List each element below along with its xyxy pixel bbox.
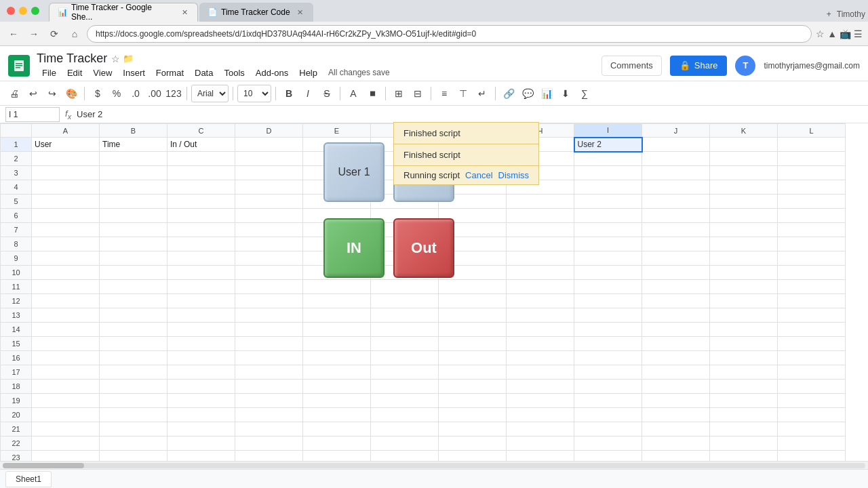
cell-A22[interactable] (32, 436, 100, 451)
cell-L23[interactable] (778, 451, 846, 462)
cell-L1[interactable] (778, 138, 846, 152)
cell-A16[interactable] (32, 351, 100, 365)
cell-D15[interactable] (235, 337, 303, 351)
cell-I2[interactable] (574, 152, 642, 166)
cell-C13[interactable] (167, 308, 235, 323)
maximize-btn[interactable] (31, 7, 39, 15)
cell-D9[interactable] (235, 251, 303, 266)
row-header-14[interactable]: 14 (1, 323, 32, 337)
cell-I11[interactable] (574, 280, 642, 294)
row-header-16[interactable]: 16 (1, 351, 32, 365)
row-header-20[interactable]: 20 (1, 408, 32, 422)
cell-E11[interactable] (303, 280, 371, 294)
cell-C1[interactable]: In / Out (167, 138, 235, 152)
cell-C9[interactable] (167, 251, 235, 266)
cell-L21[interactable] (778, 422, 846, 436)
cell-I15[interactable] (574, 337, 642, 351)
menu-view[interactable]: View (87, 66, 117, 79)
cell-B6[interactable] (100, 209, 167, 223)
cell-C12[interactable] (167, 294, 235, 308)
cell-E17[interactable] (303, 365, 371, 380)
cell-A11[interactable] (32, 280, 100, 294)
cell-B15[interactable] (100, 337, 167, 351)
row-header-2[interactable]: 2 (1, 152, 32, 166)
cell-I18[interactable] (574, 380, 642, 394)
cell-D14[interactable] (235, 323, 303, 337)
italic-btn[interactable]: I (299, 85, 317, 102)
text-color-btn[interactable]: A (344, 85, 362, 102)
cell-A17[interactable] (32, 365, 100, 380)
cell-J16[interactable] (642, 351, 710, 365)
cell-B12[interactable] (100, 294, 167, 308)
row-header-4[interactable]: 4 (1, 180, 32, 195)
cell-D18[interactable] (235, 380, 303, 394)
cell-F13[interactable] (371, 308, 439, 323)
row-header-9[interactable]: 9 (1, 251, 32, 266)
valign-btn[interactable]: ⊤ (454, 85, 472, 102)
cell-A7[interactable] (32, 223, 100, 237)
cell-L19[interactable] (778, 394, 846, 408)
cell-K3[interactable] (710, 166, 778, 180)
cell-J20[interactable] (642, 408, 710, 422)
col-header-D[interactable]: D (235, 124, 303, 138)
cell-E23[interactable] (303, 451, 371, 462)
cell-D19[interactable] (235, 394, 303, 408)
cell-F22[interactable] (371, 436, 439, 451)
row-header-10[interactable]: 10 (1, 266, 32, 280)
cell-I23[interactable] (574, 451, 642, 462)
cell-A4[interactable] (32, 180, 100, 195)
cell-F11[interactable] (371, 280, 439, 294)
address-bar[interactable]: https://docs.google.com/spreadsheets/d/1… (87, 25, 812, 43)
cell-H14[interactable] (507, 323, 574, 337)
cell-K23[interactable] (710, 451, 778, 462)
cell-I16[interactable] (574, 351, 642, 365)
cell-D2[interactable] (235, 152, 303, 166)
cell-A23[interactable] (32, 451, 100, 462)
cell-J5[interactable] (642, 195, 710, 209)
row-header-6[interactable]: 6 (1, 209, 32, 223)
cell-F15[interactable] (371, 337, 439, 351)
cell-C4[interactable] (167, 180, 235, 195)
cell-K7[interactable] (710, 223, 778, 237)
cell-L9[interactable] (778, 251, 846, 266)
cell-H9[interactable] (507, 251, 574, 266)
cell-G15[interactable] (439, 337, 507, 351)
cell-C5[interactable] (167, 195, 235, 209)
cell-K21[interactable] (710, 422, 778, 436)
tab2-close[interactable]: ✕ (296, 7, 305, 17)
cell-D21[interactable] (235, 422, 303, 436)
cell-A13[interactable] (32, 308, 100, 323)
format-num-btn[interactable]: 123 (165, 85, 182, 102)
cell-L14[interactable] (778, 323, 846, 337)
cell-A12[interactable] (32, 294, 100, 308)
percent-btn[interactable]: % (108, 85, 125, 102)
cell-A9[interactable] (32, 251, 100, 266)
cell-B2[interactable] (100, 152, 167, 166)
cell-D5[interactable] (235, 195, 303, 209)
out-button[interactable]: Out (393, 218, 454, 278)
cell-C21[interactable] (167, 422, 235, 436)
cell-F20[interactable] (371, 408, 439, 422)
cell-B3[interactable] (100, 166, 167, 180)
cell-H15[interactable] (507, 337, 574, 351)
cell-D17[interactable] (235, 365, 303, 380)
comments-button[interactable]: Comments (601, 56, 662, 76)
font-size-select[interactable]: 10 (237, 85, 271, 102)
cell-J4[interactable] (642, 180, 710, 195)
cell-D6[interactable] (235, 209, 303, 223)
undo-btn[interactable]: ↩ (24, 85, 42, 102)
cell-K18[interactable] (710, 380, 778, 394)
bookmark-icon[interactable]: ☆ (816, 28, 825, 39)
cell-B22[interactable] (100, 436, 167, 451)
paint-format-btn[interactable]: 🎨 (62, 85, 80, 102)
cell-E20[interactable] (303, 408, 371, 422)
cell-F16[interactable] (371, 351, 439, 365)
cell-J22[interactable] (642, 436, 710, 451)
tab1-close[interactable]: ✕ (180, 7, 189, 17)
cell-L22[interactable] (778, 436, 846, 451)
cell-H19[interactable] (507, 394, 574, 408)
cell-A1[interactable]: User (32, 138, 100, 152)
cell-J19[interactable] (642, 394, 710, 408)
cell-H5[interactable] (507, 195, 574, 209)
sheet-tab-1[interactable]: Sheet1 (5, 471, 52, 487)
